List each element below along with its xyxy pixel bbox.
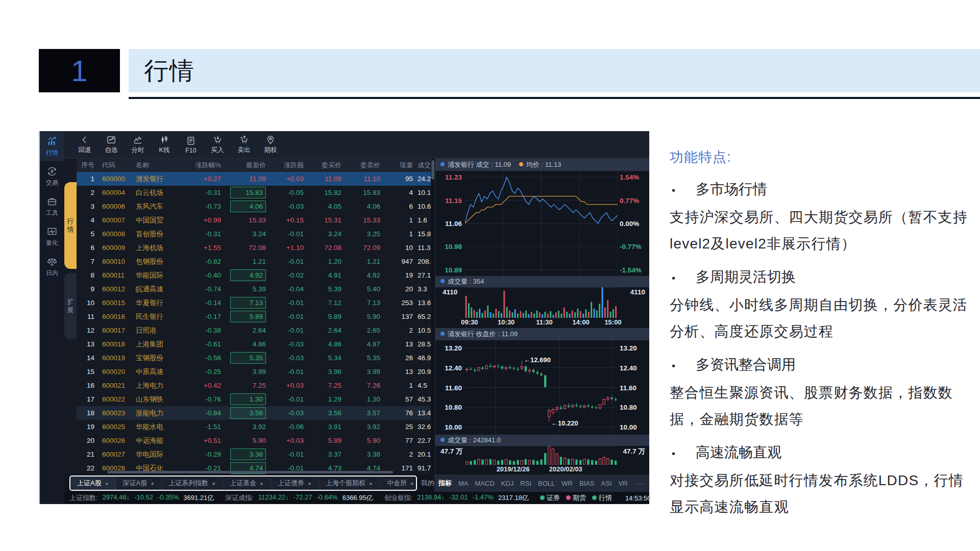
connection-lights: 证券期货行情14:53:50 [540, 493, 651, 503]
table-row[interactable]: 13 600018 上港集团 -0.61 4.86 -0.03 4.86 4.8… [77, 337, 431, 351]
price-flash-box: 3.56 [230, 407, 266, 419]
market-tab[interactable]: 中金所▲ [380, 477, 417, 490]
status-bar: 上证指数:2974.46↓-10.52-0.35%3691.21亿深证成指:11… [64, 492, 649, 504]
toolbar-label: 自选 [105, 146, 118, 155]
axis-tick-label: 10.80 [620, 404, 637, 411]
toolbar-self-select-button[interactable]: 自选 [98, 135, 125, 155]
market-tab[interactable]: 上证A股▲ [70, 477, 116, 490]
table-row[interactable]: 19 600025 华能水电 -1.51 3.92 -0.06 3.91 3.9… [77, 420, 431, 434]
table-row[interactable]: 18 600023 浙能电力 -0.84 3.56 -0.03 3.56 3.5… [77, 406, 431, 420]
bullet-icon: • [672, 272, 675, 284]
table-row[interactable]: 8 600011 华能国际 -0.40 4.92 -0.02 4.91 4.92… [77, 268, 431, 282]
stock-code: 600019 [99, 351, 133, 365]
axis-tick-label: -1.54% [620, 266, 642, 273]
table-row[interactable]: 14 600019 宝钢股份 -0.56 5.35 -0.03 5.34 5.3… [77, 351, 431, 365]
stock-code: 600008 [99, 227, 133, 241]
column-header[interactable]: 最新价 [226, 159, 271, 172]
toolbar-label: K线 [159, 146, 170, 155]
stock-code: 600012 [99, 282, 133, 296]
kline-volume-legend: 成交量 : 242841.0 [435, 435, 649, 446]
axis-tick-label: 11.06 [445, 220, 462, 228]
indicator-tab[interactable]: KDJ [501, 480, 514, 487]
bullet-icon: • [672, 448, 675, 460]
column-header[interactable]: 名称 [133, 159, 184, 172]
vertical-scrollbar[interactable] [431, 159, 435, 474]
table-row[interactable]: 4 600007 中国国贸 +0.99 15.33 +0.15 15.31 15… [77, 213, 431, 227]
toolbar-kline-button[interactable]: K线 [151, 135, 178, 155]
column-header[interactable]: 涨跌幅% [184, 159, 226, 172]
stock-code: 600009 [99, 241, 133, 255]
toolbar-label: 期权 [264, 146, 277, 155]
market-tab[interactable]: 上证债券▲ [271, 477, 319, 490]
table-row[interactable]: 2 600004 白云机场 -0.31 15.83 -0.05 15.82 15… [77, 186, 431, 199]
table-row[interactable]: 17 600022 山东钢铁 -0.76 1.30 -0.01 1.29 1.3… [77, 392, 431, 406]
tab-my-markets[interactable]: 我的 [421, 479, 434, 488]
indicator-tab[interactable]: MA [458, 480, 469, 487]
intraday-volume-svg [465, 287, 618, 318]
bullet-icon: • [672, 360, 675, 372]
trading-app-window: 行情交易工具量化日内 回退自选分时K线F10买入卖出期权 行情扩展 序号代码名称… [39, 131, 649, 504]
sidebar-item-intraday[interactable]: 日内 [40, 252, 64, 282]
table-row[interactable]: 6 600009 上海机场 +1.55 72.08 +1.10 72.08 72… [77, 241, 431, 255]
table-row[interactable]: 16 600021 上海电力 +0.42 7.25 +0.03 7.25 7.2… [77, 379, 431, 392]
table-header-row: 序号代码名称涨跌幅%最新价涨跌额委买价委卖价现量成交 [77, 159, 431, 172]
stock-name: 山东钢铁 [133, 392, 184, 406]
toolbar-buy-button[interactable]: 买入 [204, 135, 231, 155]
index-summary: 创业板指:2138.94↓-32.01-1.47%2317.18亿 [384, 493, 529, 503]
more-indicators-button[interactable]: ··· [635, 480, 645, 487]
table-row[interactable]: 20 600026 中远海能 +0.51 5.90 +0.03 5.89 5.9… [77, 434, 431, 447]
table-row[interactable]: 11 600016 民生银行 -0.17 5.89 -0.01 5.89 5.9… [77, 310, 431, 323]
market-tab[interactable]: 上海个股期权▲ [319, 477, 380, 490]
indicator-tab[interactable]: BOLL [538, 480, 555, 487]
table-row[interactable]: 15 600020 中原高速 -0.25 3.99 -0.01 3.98 3.9… [77, 365, 431, 379]
table-row[interactable]: 21 600027 华电国际 -0.29 3.38 -0.01 3.37 3.3… [77, 447, 431, 461]
time-tick-label: 15:00 [604, 318, 621, 326]
toolbar-timeshare-button[interactable]: 分时 [125, 135, 151, 155]
scrollbar-thumb[interactable] [431, 160, 434, 180]
side-tab-kuozhan[interactable]: 扩展 [64, 273, 77, 339]
toolbar-back-button[interactable]: 回退 [71, 135, 98, 155]
toolbar-f10-button[interactable]: F10 [178, 136, 204, 154]
indicator-tab[interactable]: WR [561, 480, 573, 487]
market-tab[interactable]: 上证系列指数▲ [162, 477, 223, 490]
axis-tick-label: 10.00 [445, 423, 462, 431]
side-tab-hangqing[interactable]: 行情 [64, 182, 77, 269]
table-row[interactable]: 1 600000 浦发银行 +0.27 11.09 +0.03 11.09 11… [77, 172, 431, 186]
market-tab[interactable]: 深证A股▲ [116, 477, 162, 490]
market-tab[interactable]: 上证基金▲ [223, 477, 271, 490]
column-header[interactable]: 委买价 [308, 159, 346, 172]
column-header[interactable]: 委卖价 [346, 159, 385, 172]
sidebar-item-tools[interactable]: 工具 [40, 191, 64, 221]
column-header[interactable]: 代码 [99, 159, 133, 172]
axis-tick-label: 12.40 [445, 364, 462, 371]
table-row[interactable]: 3 600006 东风汽车 -0.73 4.06 -0.03 4.05 4.06… [77, 199, 431, 213]
axis-tick-label: -0.77% [620, 243, 642, 251]
table-row[interactable]: 7 600010 包钢股份 -0.82 1.21 -0.01 1.20 1.21… [77, 255, 431, 268]
indicator-tab[interactable]: 指标 [438, 479, 452, 488]
sidebar-item-quant[interactable]: 量化 [40, 221, 64, 252]
toolbar-options-button[interactable]: 期权 [257, 135, 284, 155]
table-row[interactable]: 9 600012 皖通高速 -0.74 5.39 -0.04 5.39 5.40… [77, 282, 431, 296]
column-header[interactable]: 现量 [385, 159, 418, 172]
stock-name: 宝钢股份 [133, 351, 184, 365]
table-row[interactable]: 10 600015 华夏银行 -0.14 7.13 -0.01 7.12 7.1… [77, 296, 431, 310]
column-header[interactable]: 序号 [77, 159, 99, 172]
indicator-tab[interactable]: RSI [520, 480, 531, 487]
table-row[interactable]: 5 600008 首创股份 -0.31 3.24 -0.01 3.24 3.25… [77, 227, 431, 241]
column-header[interactable]: 涨跌额 [271, 159, 308, 172]
intraday-volume-plot [465, 287, 618, 318]
self-select-icon [106, 135, 116, 145]
indicator-tab[interactable]: VR [619, 480, 628, 487]
indicator-tab[interactable]: ASI [601, 480, 612, 487]
horizontal-scrollbar[interactable] [107, 471, 393, 473]
column-header[interactable]: 成交 [418, 159, 431, 172]
indicator-tab[interactable]: BIAS [579, 480, 595, 487]
table-row[interactable]: 12 600017 日照港 -0.38 2.64 -0.01 2.64 2.65… [77, 323, 431, 337]
indicator-tab[interactable]: MACD [475, 480, 495, 487]
axis-tick-label: 1.54% [620, 173, 639, 181]
axis-tick-label: 11.60 [620, 384, 636, 391]
toolbar-sell-button[interactable]: 卖出 [231, 135, 257, 155]
sidebar-item-market[interactable]: 行情 [40, 131, 64, 161]
sidebar-item-trade[interactable]: 交易 [40, 161, 64, 191]
axis-tick-label: 11.15 [445, 196, 462, 204]
